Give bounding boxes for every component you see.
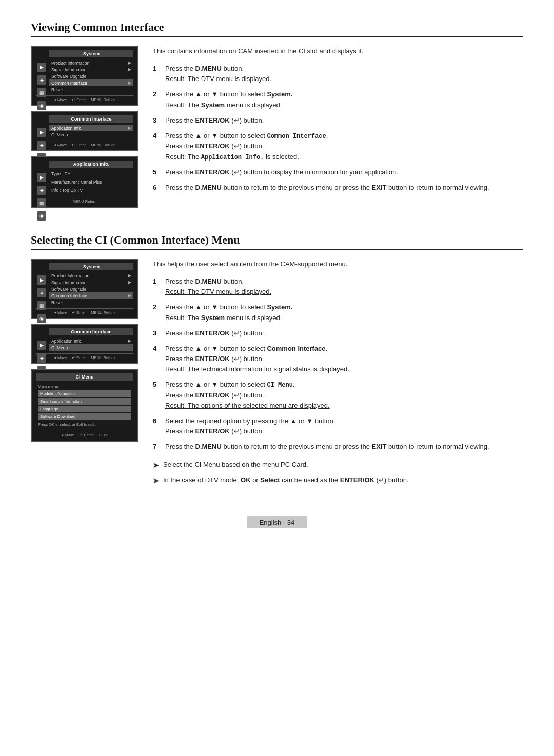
note1: ➤ Select the CI Menu based on the menu P… — [153, 460, 523, 471]
icon6: ◈ — [37, 141, 46, 150]
ci-menu-item4: Software Download — [38, 413, 131, 420]
page-footer: English - 34 — [31, 516, 523, 528]
section2-steps: 1 Press the D.MENU button. Result: The D… — [153, 276, 523, 452]
app-info-type: Type : CA — [49, 170, 133, 178]
section1-screen3: ▶ ◈ ▦ ◉ Application Info. Type : CA Manu… — [31, 156, 138, 208]
screen1-icons: ▶ ◈ ▦ ◉ — [37, 63, 46, 110]
section2-body: ▶ ◈ ▦ ◉ System Product Information ▶ Sig… — [31, 259, 523, 491]
screen3-title: Application Info. — [49, 161, 133, 168]
section2-screen2: ▶ ◈ ▦ ◉ Common Interface Application Inf… — [31, 324, 138, 364]
section2-notes: ➤ Select the CI Menu based on the menu P… — [153, 460, 523, 487]
step1-2: 2 Press the ▲ or ▼ button to select Syst… — [153, 89, 523, 110]
s2-screen1-icons: ▶ ◈ ▦ ◉ — [37, 275, 46, 323]
screen2-item2: CI Menu — [49, 131, 133, 138]
screen2-item1: Application Info. ▶ — [49, 125, 133, 131]
ci-menu-press-ok: Press OK to select, or Exit to quit. — [38, 422, 131, 427]
s2-screen1-item3: Software Upgrade — [49, 286, 133, 292]
step1-5: 5 Press the ENTER/OK (↵) button to displ… — [153, 167, 523, 177]
step2-4: 4 Press the ▲ or ▼ button to select Comm… — [153, 344, 523, 374]
s2-screen2-item1: Application Info. ▶ — [49, 337, 133, 344]
step2-7: 7 Press the D.MENU button to return to t… — [153, 442, 523, 452]
icon4: ◉ — [37, 101, 46, 110]
step1-4: 4 Press the ▲ or ▼ button to select Comm… — [153, 131, 523, 162]
section1-screen2: ▶ ◈ ▦ ◉ Common Interface Application Inf… — [31, 111, 138, 151]
section2-title: Selecting the CI (Common Interface) Menu — [31, 233, 523, 247]
step1-6: 6 Press the D.MENU button to return to t… — [153, 183, 523, 193]
app-info-info: Info : Top Up TV — [49, 186, 133, 194]
section-selecting-ci-menu: Selecting the CI (Common Interface) Menu… — [31, 233, 523, 491]
screen1-item1: Product Information ▶ — [49, 59, 133, 66]
s2-screen2-content: Common Interface Application Info. ▶ CI … — [49, 328, 133, 351]
icon10: ◈ — [37, 186, 46, 195]
section1-instructions: This contains information on CAM inserte… — [153, 46, 523, 198]
section1-screen1: ▶ ◈ ▦ ◉ System Product Information ▶ Sig… — [31, 46, 138, 106]
s2-screen1-content: System Product Information ▶ Signal Info… — [49, 263, 133, 306]
screen3-bottom: MENU Return — [36, 197, 133, 204]
section2-screen3: CI Menu Main menu Module information Sma… — [31, 369, 138, 442]
icon11: ▦ — [37, 198, 46, 208]
screen1-content: System Product Information ▶ Signal Info… — [49, 50, 133, 93]
section1-body: ▶ ◈ ▦ ◉ System Product Information ▶ Sig… — [31, 46, 523, 208]
ci-menu-item1: Module information — [38, 390, 131, 397]
section1-divider — [31, 36, 523, 37]
screen1-item4: Common Interface ▶ — [49, 79, 133, 86]
screen1-bottom: ♦ Move ↵ Enter MENU Return — [36, 95, 133, 102]
s2-icon6: ◈ — [37, 353, 46, 363]
s2-screen1-bottom: ♦ Move ↵ Enter MENU Return — [36, 308, 133, 315]
screen1-item2: Signal Information ▶ — [49, 66, 133, 73]
screen1-item5: Reset — [49, 86, 133, 93]
icon9: ▶ — [37, 173, 46, 182]
ci-menu-item3: Language — [38, 406, 131, 412]
s2-screen1-item2: Signal Information ▶ — [49, 279, 133, 286]
section2-divider — [31, 249, 523, 250]
icon1: ▶ — [37, 63, 46, 72]
section2-intro: This helps the user select an item from … — [153, 259, 523, 269]
icon2: ◈ — [37, 75, 46, 85]
s2-screen3-title: CI Menu — [36, 373, 133, 381]
app-info-manufacturer: Manufacturer : Canal Plus — [49, 178, 133, 186]
s2-icon5: ▶ — [37, 341, 46, 350]
section2-instructions: This helps the user select an item from … — [153, 259, 523, 491]
icon12: ◉ — [37, 211, 46, 221]
step2-2: 2 Press the ▲ or ▼ button to select Syst… — [153, 302, 523, 323]
step2-3: 3 Press the ENTER/OK (↵) button. — [153, 328, 523, 339]
section2-screenshots: ▶ ◈ ▦ ◉ System Product Information ▶ Sig… — [31, 259, 138, 442]
s2-screen1-item4: Common Interface ▶ — [49, 292, 133, 299]
s2-screen1-item1: Product Information ▶ — [49, 272, 133, 279]
s2-icon2: ◈ — [37, 288, 46, 297]
section1-title: Viewing Common Interface — [31, 21, 523, 34]
footer-badge: English - 34 — [247, 516, 307, 528]
s2-icon3: ▦ — [37, 301, 46, 310]
screen1-title: System — [49, 50, 133, 57]
s2-screen2-bottom: ♦ Move ↵ Enter MENU Return — [36, 353, 133, 360]
s2-icon4: ◉ — [37, 314, 46, 323]
section1-screenshots: ▶ ◈ ▦ ◉ System Product Information ▶ Sig… — [31, 46, 138, 208]
screen2-bottom: ♦ Move ↵ Enter MENU Return — [36, 141, 133, 147]
s2-screen1-title: System — [49, 263, 133, 270]
s2-screen1-item5: Reset — [49, 299, 133, 306]
screen3-content: Application Info. Type : CA Manufacturer… — [49, 161, 133, 194]
s2-screen2-title: Common Interface — [49, 328, 133, 335]
step1-1: 1 Press the D.MENU button. Result: The D… — [153, 64, 523, 84]
screen2-content: Common Interface Application Info. ▶ CI … — [49, 115, 133, 138]
screen3-icons: ▶ ◈ ▦ ◉ — [37, 173, 46, 221]
ci-menu-item2: Smart card information — [38, 398, 131, 405]
section-viewing-common-interface: Viewing Common Interface ▶ ◈ ▦ ◉ System … — [31, 21, 523, 208]
icon3: ▦ — [37, 88, 46, 97]
s2-screen3-bottom: ♦ Move ↵ Enter ↓ Exit — [36, 431, 133, 437]
s2-icon1: ▶ — [37, 275, 46, 285]
note2: ➤ In the case of DTV mode, OK or Select … — [153, 475, 523, 487]
step2-6: 6 Select the required option by pressing… — [153, 416, 523, 436]
section2-screen1: ▶ ◈ ▦ ◉ System Product Information ▶ Sig… — [31, 259, 138, 319]
step2-5: 5 Press the ▲ or ▼ button to select CI M… — [153, 380, 523, 411]
section1-intro: This contains information on CAM inserte… — [153, 46, 523, 56]
ci-menu-main-label: Main menu — [38, 384, 131, 389]
section1-steps: 1 Press the D.MENU button. Result: The D… — [153, 64, 523, 193]
icon5: ▶ — [37, 128, 46, 137]
screen2-title: Common Interface — [49, 115, 133, 123]
step2-1: 1 Press the D.MENU button. Result: The D… — [153, 276, 523, 297]
screen1-item3: Software Upgrade — [49, 73, 133, 79]
s2-screen2-item2: CI Menu — [49, 344, 133, 351]
step1-3: 3 Press the ENTER/OK (↵) button. — [153, 115, 523, 126]
